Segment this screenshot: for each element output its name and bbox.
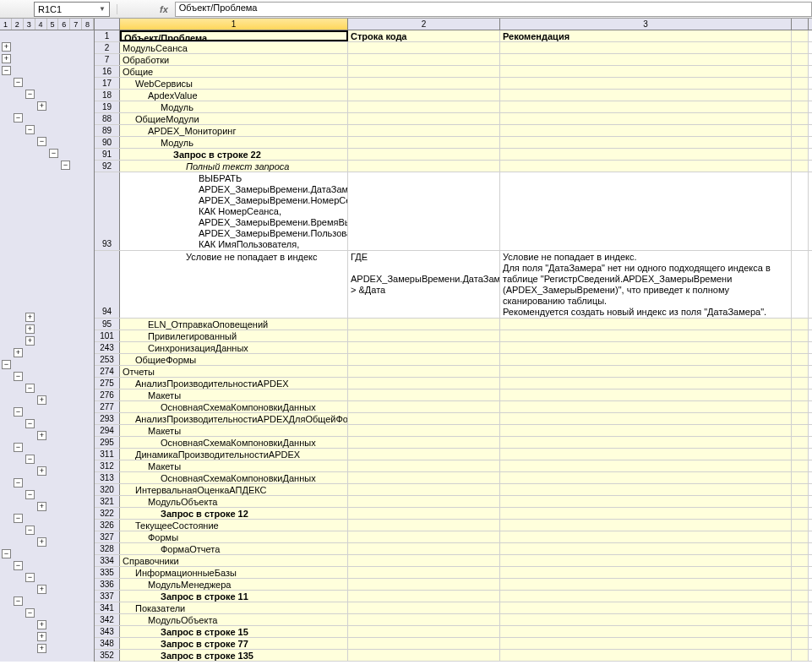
cell-object[interactable]: АнализПроизводительностиAPDEX [120, 378, 348, 389]
cell[interactable] [792, 149, 809, 160]
row-header[interactable]: 320 [95, 484, 120, 495]
cell-codeline[interactable] [348, 413, 500, 424]
collapse-icon[interactable]: − [49, 149, 58, 158]
cell[interactable] [792, 113, 809, 124]
cell-object[interactable]: Отчеты [120, 366, 348, 377]
cell-object[interactable]: Запрос в строке 15 [120, 626, 348, 637]
cell-recommendation[interactable] [500, 484, 792, 495]
expand-icon[interactable]: + [25, 336, 35, 346]
cell-codeline[interactable] [348, 425, 500, 436]
row-header[interactable]: 91 [95, 149, 120, 160]
cell-recommendation[interactable] [500, 330, 792, 341]
cell-codeline[interactable] [348, 149, 500, 160]
cell[interactable] [792, 378, 809, 389]
row-header[interactable]: 295 [95, 437, 120, 448]
cell-object[interactable]: ВЫБРАТЬAPDEX_ЗамерыВремени.ДатаЗамера,AP… [120, 172, 348, 250]
expand-icon[interactable]: + [25, 324, 35, 334]
row-header[interactable]: 352 [95, 650, 120, 661]
row-header[interactable]: 276 [95, 389, 120, 400]
cell-recommendation[interactable] [500, 172, 792, 250]
cell-recommendation[interactable] [500, 437, 792, 448]
header-cell-object[interactable]: Объект/Проблема [120, 30, 348, 41]
row-header[interactable]: 274 [95, 366, 120, 377]
cell-object[interactable]: ОсновнаяСхемаКомпоновкиДанных [120, 401, 348, 412]
row-header[interactable]: 322 [95, 508, 120, 519]
cell-codeline[interactable] [348, 579, 500, 590]
collapse-icon[interactable]: − [14, 443, 23, 452]
cell-object[interactable]: ApdexValue [120, 90, 348, 101]
cell-object[interactable]: Формы [120, 531, 348, 542]
cell-recommendation[interactable] [500, 125, 792, 136]
cell[interactable] [792, 319, 809, 330]
cell-codeline[interactable] [348, 66, 500, 77]
header-cell-codeline[interactable]: Строка кода [348, 30, 500, 41]
cell-codeline[interactable] [348, 401, 500, 412]
cell[interactable] [792, 342, 809, 353]
outline-level-7[interactable]: 7 [70, 19, 82, 30]
cell-recommendation[interactable] [500, 460, 792, 471]
row-header[interactable]: 88 [95, 113, 120, 124]
expand-icon[interactable]: + [2, 42, 11, 52]
cell-codeline[interactable] [348, 90, 500, 101]
cell-recommendation[interactable] [500, 496, 792, 507]
cell-object[interactable]: ТекущееСостояние [120, 520, 348, 531]
cell[interactable] [792, 531, 809, 542]
collapse-icon[interactable]: − [14, 78, 23, 87]
cell-object[interactable]: WebСервисы [120, 78, 348, 89]
cell[interactable] [792, 54, 809, 65]
row-header[interactable]: 18 [95, 90, 120, 101]
cell-recommendation[interactable] [500, 425, 792, 436]
row-header[interactable]: 311 [95, 449, 120, 460]
cell-codeline[interactable] [348, 330, 500, 341]
cell[interactable] [792, 90, 809, 101]
cell-recommendation[interactable] [500, 42, 792, 53]
cell[interactable] [792, 602, 809, 613]
cell-recommendation[interactable] [500, 366, 792, 377]
row-header[interactable]: 17 [95, 78, 120, 89]
cell[interactable] [792, 137, 809, 148]
row-header[interactable]: 101 [95, 330, 120, 341]
cell[interactable] [792, 161, 809, 172]
cell-codeline[interactable] [348, 137, 500, 148]
expand-icon[interactable]: + [25, 313, 35, 322]
fx-icon[interactable]: fx [117, 4, 168, 14]
cell-recommendation[interactable] [500, 137, 792, 148]
cell-object[interactable]: Привилегированный [120, 330, 348, 341]
cell-codeline[interactable] [348, 389, 500, 400]
cell-object[interactable]: Макеты [120, 425, 348, 436]
cell-object[interactable]: ОсновнаяСхемаКомпоновкиДанных [120, 437, 348, 448]
cell[interactable] [792, 614, 809, 625]
collapse-icon[interactable]: − [14, 478, 23, 488]
outline-level-3[interactable]: 3 [24, 19, 35, 30]
cell-codeline[interactable] [348, 531, 500, 542]
cell-object[interactable]: Справочники [120, 555, 348, 566]
cell-codeline[interactable] [348, 460, 500, 471]
cell-codeline[interactable] [348, 378, 500, 389]
cell-recommendation[interactable] [500, 101, 792, 112]
cell-codeline[interactable] [348, 520, 500, 531]
cell[interactable] [792, 125, 809, 136]
chevron-down-icon[interactable]: ▼ [99, 5, 106, 13]
collapse-icon[interactable]: − [2, 360, 11, 369]
cell-object[interactable]: Общие [120, 66, 348, 77]
row-header[interactable]: 293 [95, 413, 120, 424]
collapse-icon[interactable]: − [25, 125, 35, 134]
cell-recommendation[interactable] [500, 78, 792, 89]
expand-icon[interactable]: + [37, 537, 46, 547]
cell-recommendation[interactable] [500, 342, 792, 353]
cell-object[interactable]: ФормаОтчета [120, 543, 348, 554]
cell[interactable] [792, 42, 809, 53]
cell[interactable] [792, 172, 809, 250]
cell-object[interactable]: МодульСеанса [120, 42, 348, 53]
cell-codeline[interactable] [348, 602, 500, 613]
cell-object[interactable]: Макеты [120, 389, 348, 400]
cell-codeline[interactable] [348, 614, 500, 625]
expand-icon[interactable]: + [37, 431, 46, 440]
cell-codeline[interactable] [348, 125, 500, 136]
cell[interactable] [792, 496, 809, 507]
expand-icon[interactable]: + [37, 585, 46, 594]
collapse-icon[interactable]: − [14, 113, 23, 123]
cell-object[interactable]: Запрос в строке 135 [120, 650, 348, 661]
cell[interactable] [792, 638, 809, 649]
outline-level-1[interactable]: 1 [0, 19, 12, 30]
